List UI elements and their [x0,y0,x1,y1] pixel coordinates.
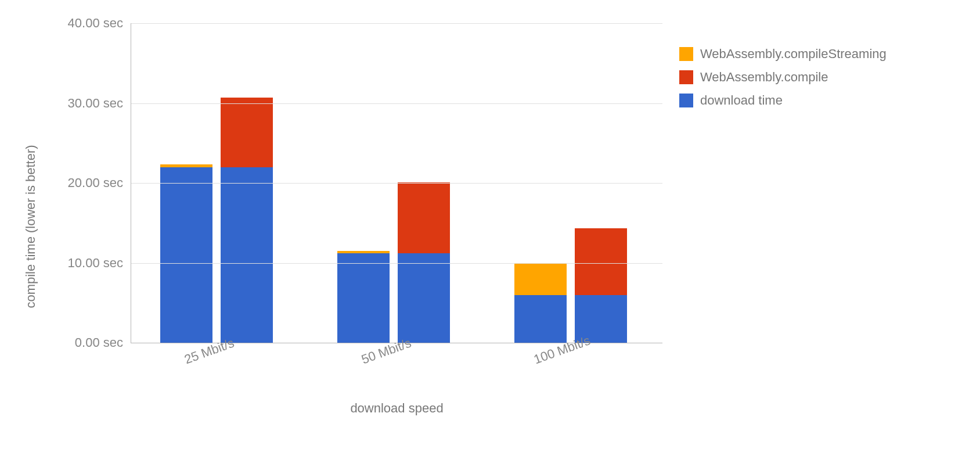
bar-segment [575,228,627,295]
bar-segment [160,164,212,167]
legend: WebAssembly.compileStreamingWebAssembly.… [679,46,887,116]
gridline [131,183,662,184]
bar-segment [160,167,212,343]
legend-swatch [679,47,693,61]
gridline [131,23,662,24]
legend-item: WebAssembly.compile [679,70,887,85]
bar-segment [337,251,390,253]
y-axis-title: compile time (lower is better) [23,105,38,349]
legend-label: WebAssembly.compile [700,70,828,85]
x-axis-title: download speed [131,401,662,416]
legend-swatch [679,70,693,84]
legend-item: download time [679,93,887,108]
gridline [131,103,662,104]
legend-label: download time [700,93,783,108]
legend-label: WebAssembly.compileStreaming [700,46,887,62]
bar-segment [514,263,567,295]
y-tick-label: 30.00 sec [68,96,123,111]
legend-swatch [679,94,693,107]
y-tick-label: 20.00 sec [68,175,123,191]
y-tick-label: 10.00 sec [68,256,123,271]
bar-segment [221,98,273,167]
gridline [131,263,662,264]
bar-segment [398,182,450,253]
y-tick-label: 0.00 sec [75,335,123,350]
plot-area: 25 Mbit/s50 Mbit/s100 Mbit/s download sp… [131,23,662,343]
chart-container: compile time (lower is better) 25 Mbit/s… [29,12,958,465]
bar-segment [514,295,567,343]
bar-segment [221,167,273,343]
legend-item: WebAssembly.compileStreaming [679,46,887,62]
bar-segment [337,253,390,343]
y-tick-label: 40.00 sec [68,16,123,31]
bar-segment [398,253,450,343]
